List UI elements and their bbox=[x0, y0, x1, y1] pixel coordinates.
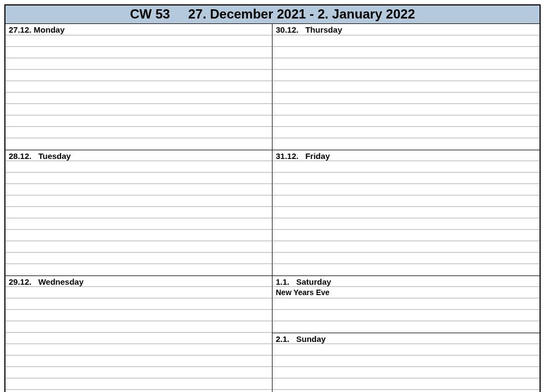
planner-grid: 27.12. Monday28.12. Tuesday29.12. Wednes… bbox=[5, 24, 540, 392]
entry-slot[interactable] bbox=[5, 287, 272, 298]
day-block: 1.1. SaturdayNew Years Eve bbox=[272, 275, 540, 333]
entry-slot[interactable] bbox=[5, 161, 272, 173]
entry-slot[interactable] bbox=[5, 47, 272, 58]
day-header: 28.12. Tuesday bbox=[5, 150, 272, 161]
entry-slot[interactable] bbox=[5, 104, 272, 115]
entry-slot[interactable] bbox=[272, 104, 540, 115]
entry-slot[interactable] bbox=[272, 173, 540, 184]
day-block: 27.12. Monday bbox=[5, 24, 272, 150]
entry-slot[interactable] bbox=[272, 378, 540, 390]
entry-slot[interactable] bbox=[5, 298, 272, 310]
entry-slot[interactable] bbox=[272, 58, 540, 70]
entry-slot[interactable] bbox=[5, 333, 272, 344]
entry-slot[interactable] bbox=[272, 127, 540, 138]
entry-slot[interactable] bbox=[5, 218, 272, 230]
entry-slot[interactable] bbox=[272, 195, 540, 207]
entry-slot[interactable] bbox=[272, 264, 540, 275]
entry-slot[interactable] bbox=[5, 321, 272, 333]
entry-slot[interactable] bbox=[5, 127, 272, 138]
entry-slot[interactable] bbox=[5, 138, 272, 150]
day-header: 30.12. Thursday bbox=[272, 24, 540, 35]
entry-slot[interactable]: New Years Eve bbox=[272, 287, 540, 298]
entry-slot[interactable] bbox=[272, 184, 540, 195]
entry-slot[interactable] bbox=[5, 378, 272, 390]
entry-slot[interactable] bbox=[5, 93, 272, 104]
entry-slot[interactable] bbox=[272, 47, 540, 58]
weekly-planner: CW 53 27. December 2021 - 2. January 202… bbox=[4, 4, 541, 392]
entry-slot[interactable] bbox=[5, 35, 272, 47]
entry-slot[interactable] bbox=[272, 390, 540, 392]
left-column: 27.12. Monday28.12. Tuesday29.12. Wednes… bbox=[5, 24, 272, 392]
entry-slot[interactable] bbox=[5, 356, 272, 367]
entry-slot[interactable] bbox=[5, 264, 272, 275]
entry-slot[interactable] bbox=[272, 81, 540, 93]
entry-slot[interactable] bbox=[272, 367, 540, 378]
day-header: 31.12. Friday bbox=[272, 150, 540, 161]
entry-slot[interactable] bbox=[5, 115, 272, 127]
entry-slot[interactable] bbox=[272, 298, 540, 310]
page-title: CW 53 27. December 2021 - 2. January 202… bbox=[5, 5, 540, 24]
right-column: 30.12. Thursday31.12. Friday1.1. Saturda… bbox=[272, 24, 540, 392]
day-header: 1.1. Saturday bbox=[272, 275, 540, 287]
day-block: 2.1. Sunday bbox=[272, 333, 540, 392]
entry-slot[interactable] bbox=[5, 230, 272, 241]
entry-slot[interactable] bbox=[5, 310, 272, 321]
entry-slot[interactable] bbox=[5, 207, 272, 218]
entry-slot[interactable] bbox=[5, 70, 272, 81]
entry-slot[interactable] bbox=[5, 344, 272, 356]
entry-slot[interactable] bbox=[5, 173, 272, 184]
day-header: 27.12. Monday bbox=[5, 24, 272, 35]
entry-slot[interactable] bbox=[272, 310, 540, 321]
day-block: 30.12. Thursday bbox=[272, 24, 540, 150]
day-block: 29.12. Wednesday bbox=[5, 275, 272, 392]
entry-slot[interactable] bbox=[272, 218, 540, 230]
entry-slot[interactable] bbox=[272, 70, 540, 81]
entry-slot[interactable] bbox=[272, 321, 540, 333]
entry-slot[interactable] bbox=[5, 241, 272, 253]
entry-slot[interactable] bbox=[272, 115, 540, 127]
entry-slot[interactable] bbox=[272, 356, 540, 367]
day-header: 29.12. Wednesday bbox=[5, 275, 272, 287]
day-block: 28.12. Tuesday bbox=[5, 150, 272, 275]
entry-slot[interactable] bbox=[272, 241, 540, 253]
entry-slot[interactable] bbox=[5, 184, 272, 195]
day-block: 31.12. Friday bbox=[272, 150, 540, 275]
entry-slot[interactable] bbox=[272, 253, 540, 264]
entry-slot[interactable] bbox=[5, 367, 272, 378]
entry-slot[interactable] bbox=[5, 58, 272, 70]
entry-slot[interactable] bbox=[272, 93, 540, 104]
entry-slot[interactable] bbox=[272, 161, 540, 173]
entry-slot[interactable] bbox=[5, 253, 272, 264]
entry-slot[interactable] bbox=[272, 207, 540, 218]
entry-slot[interactable] bbox=[5, 81, 272, 93]
entry-slot[interactable] bbox=[272, 35, 540, 47]
entry-slot[interactable] bbox=[272, 138, 540, 150]
entry-slot[interactable] bbox=[272, 344, 540, 356]
entry-slot[interactable] bbox=[5, 195, 272, 207]
entry-slot[interactable] bbox=[5, 390, 272, 392]
entry-slot[interactable] bbox=[272, 230, 540, 241]
day-header: 2.1. Sunday bbox=[272, 333, 540, 344]
